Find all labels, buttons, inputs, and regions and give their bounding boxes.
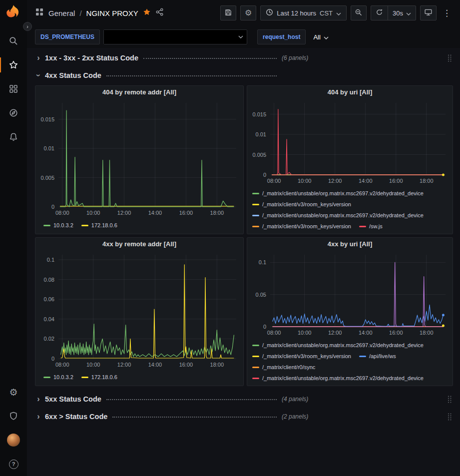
panel-4xx-by-remote-addr: 4xx by remote addr [All] 08:0010:0012:00… xyxy=(35,237,244,386)
series-color-swatch xyxy=(252,215,259,216)
time-series-chart[interactable]: 08:0010:0012:0014:0016:0018:0000.050.1 xyxy=(247,251,453,339)
legend-item[interactable]: /sw.js xyxy=(359,221,383,232)
share-icon[interactable] xyxy=(155,7,164,18)
row-toggle[interactable]: › 4xx Status Code xyxy=(35,71,278,80)
svg-text:08:00: 08:00 xyxy=(267,330,281,336)
svg-text:18:00: 18:00 xyxy=(420,330,434,336)
save-dashboard-button[interactable] xyxy=(220,5,236,20)
svg-text:18:00: 18:00 xyxy=(210,210,224,216)
star-icon xyxy=(8,60,18,70)
series-label: 10.0.3.2 xyxy=(53,222,73,228)
svg-text:0.015: 0.015 xyxy=(40,116,54,122)
series-label: /_matrix/client/r0/sync xyxy=(262,364,315,370)
legend-item[interactable]: /_matrix/client/unstable/org.matrix.msc2… xyxy=(252,188,424,199)
monitor-icon xyxy=(424,8,433,18)
legend-item[interactable]: /_matrix/client/unstable/org.matrix.msc2… xyxy=(252,373,424,384)
time-series-chart[interactable]: 08:0010:0012:0014:0016:0018:0000.020.040… xyxy=(35,251,243,371)
series-color-swatch xyxy=(43,377,50,378)
sidebar-item-explore[interactable] xyxy=(0,101,27,125)
dashboard-canvas: › 1xx - 3xx - 2xx Status Code (6 panels)… xyxy=(27,48,460,424)
legend-item[interactable]: 172.18.0.6 xyxy=(81,372,117,383)
legend-item[interactable]: /api/live/ws xyxy=(359,351,396,362)
series-color-swatch xyxy=(252,226,259,227)
svg-text:0: 0 xyxy=(263,324,266,330)
series-label: /_matrix/client/unstable/org.matrix.msc2… xyxy=(262,190,424,196)
series-color-swatch xyxy=(359,226,366,227)
time-series-chart[interactable]: 08:0010:0012:0014:0016:0018:0000.0050.01… xyxy=(35,99,243,219)
svg-text:0.05: 0.05 xyxy=(256,292,266,298)
sidebar-item-starred[interactable] xyxy=(0,53,27,77)
legend-item[interactable]: /_matrix/client/v3/room_keys/version xyxy=(252,199,351,210)
legend-item[interactable]: 10.0.3.2 xyxy=(43,220,73,231)
sidebar-item-dashboards[interactable] xyxy=(0,77,27,101)
panel-4xx-by-uri: 4xx by uri [All] 08:0010:0012:0014:0016:… xyxy=(247,237,453,386)
row-drag-handle[interactable] xyxy=(446,53,453,63)
sidebar-item-alerting[interactable] xyxy=(0,125,27,149)
time-series-chart[interactable]: 08:0010:0012:0014:0016:0018:0000.0050.01… xyxy=(247,99,453,187)
panel-title[interactable]: 4xx by uri [All] xyxy=(247,238,453,251)
legend-item[interactable]: /_matrix/client/r0/sync xyxy=(252,362,315,373)
row-panel-count: (4 panels) xyxy=(282,396,308,403)
grafana-logo[interactable] xyxy=(5,4,21,22)
tv-mode-button[interactable] xyxy=(420,5,437,20)
apps-grid-icon xyxy=(35,7,44,18)
more-options-button[interactable]: ⋮ xyxy=(441,8,453,18)
datasource-select[interactable] xyxy=(103,29,247,44)
breadcrumb-title[interactable]: NGINX PROXY xyxy=(86,9,138,17)
panel-legend: /_matrix/client/unstable/org.matrix.msc2… xyxy=(247,187,453,234)
help-icon: ? xyxy=(9,460,18,469)
legend-item[interactable]: /_matrix/client/v3/room_keys/version xyxy=(252,351,351,362)
series-color-swatch xyxy=(81,225,88,226)
row-title: 6xx > Status Code xyxy=(45,413,107,421)
series-label: 172.18.0.6 xyxy=(91,374,117,380)
series-label: /_matrix/client/v3/room_keys/version xyxy=(262,223,351,229)
row-drag-handle[interactable] xyxy=(446,394,453,404)
legend-item[interactable]: 172.18.0.6 xyxy=(81,220,117,231)
series-label: /_matrix/client/unstable/org.matrix.msc2… xyxy=(262,342,424,348)
svg-text:0.005: 0.005 xyxy=(252,152,266,158)
svg-text:10:00: 10:00 xyxy=(86,362,100,368)
svg-text:16:00: 16:00 xyxy=(179,362,193,368)
panel-title[interactable]: 404 by remote addr [All] xyxy=(35,86,243,99)
legend-item[interactable]: /_matrix/client/unstable/org.matrix.msc2… xyxy=(252,340,424,351)
zoom-out-button[interactable] xyxy=(351,5,367,20)
svg-text:14:00: 14:00 xyxy=(148,210,162,216)
row-toggle[interactable]: › 1xx - 3xx - 2xx Status Code xyxy=(35,53,278,62)
chevron-down-icon xyxy=(406,9,411,17)
favorite-star-icon[interactable] xyxy=(143,8,151,18)
legend-item[interactable]: /_matrix/client/v3/room_keys/version xyxy=(252,221,351,232)
row-dotted-leader xyxy=(143,58,277,59)
refresh-button[interactable] xyxy=(371,6,388,20)
sidebar-item-help[interactable]: ? xyxy=(0,452,27,476)
refresh-interval-picker[interactable]: 30s xyxy=(388,6,416,20)
breadcrumb-section[interactable]: General xyxy=(48,9,75,17)
row-title: 4xx Status Code xyxy=(45,71,101,79)
svg-text:14:00: 14:00 xyxy=(359,178,373,184)
sidebar-item-profile[interactable] xyxy=(0,428,27,452)
time-range-picker[interactable]: Last 12 hours CST xyxy=(260,5,347,20)
shield-icon xyxy=(8,411,18,421)
row-drag-handle[interactable] xyxy=(446,412,453,422)
svg-text:0.015: 0.015 xyxy=(252,111,266,117)
legend-item[interactable]: /_matrix/client/unstable/org.matrix.msc2… xyxy=(252,210,424,221)
series-label: /_matrix/client/v3/room_keys/version xyxy=(262,201,351,207)
top-navbar: General / NGINX PROXY xyxy=(27,0,460,26)
svg-text:18:00: 18:00 xyxy=(420,178,434,184)
svg-text:0: 0 xyxy=(51,204,54,210)
row-toggle[interactable]: › 6xx > Status Code xyxy=(35,412,278,421)
request-host-select[interactable]: All xyxy=(309,29,332,44)
series-label: /sw.js xyxy=(369,223,383,229)
legend-item[interactable]: 10.0.3.2 xyxy=(43,372,73,383)
row-toggle[interactable]: › 5xx Status Code xyxy=(35,395,278,404)
search-button[interactable] xyxy=(0,29,27,53)
row-panel-count: (2 panels) xyxy=(282,413,308,420)
svg-text:08:00: 08:00 xyxy=(55,210,69,216)
panel-title[interactable]: 4xx by remote addr [All] xyxy=(35,238,243,251)
chevron-right-icon: › xyxy=(35,395,42,404)
sidebar-item-settings[interactable]: ⚙ xyxy=(0,380,27,404)
sidebar-expand-toggle[interactable]: › xyxy=(23,22,32,31)
panel-title[interactable]: 404 by uri [All] xyxy=(247,86,453,99)
dashboard-settings-button[interactable]: ⚙ xyxy=(240,5,256,20)
sidebar-item-server-admin[interactable] xyxy=(0,404,27,428)
svg-text:0.005: 0.005 xyxy=(40,175,54,181)
